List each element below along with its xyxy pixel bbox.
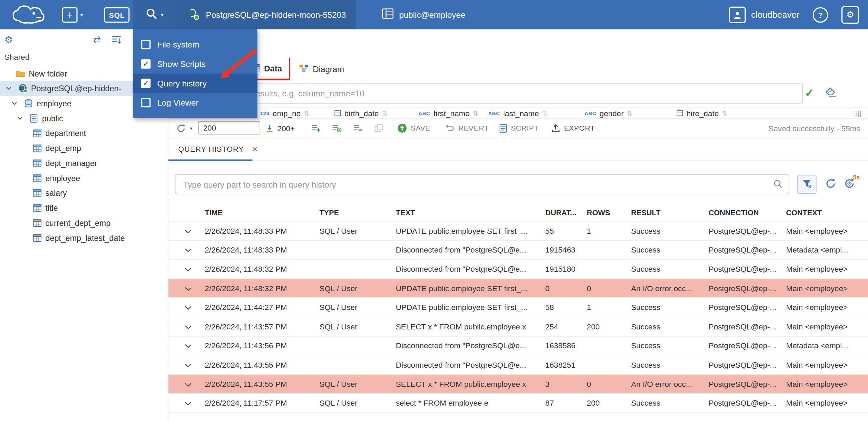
tree-item-department[interactable]: department <box>0 126 168 141</box>
script-button[interactable]: SCRIPT <box>499 119 539 137</box>
grid-column-first-name[interactable]: ABCfirst_name⇅ <box>419 109 479 118</box>
clear-filter-icon[interactable] <box>825 87 837 99</box>
schema-selector-icon <box>382 8 394 21</box>
fetch-next-page-button[interactable]: 200+ <box>266 119 295 137</box>
export-button[interactable]: EXPORT <box>551 119 595 137</box>
expand-chevron-icon[interactable] <box>9 101 20 105</box>
cell-text: Disconnected from "PostgreSQL@e... <box>396 264 545 273</box>
cell-time: 2/26/2024, 11:48:32 PM <box>205 264 319 273</box>
query-history-row[interactable]: 2/26/2024, 11:43:55 PMDisconnected from … <box>168 355 868 375</box>
expand-chevron-icon[interactable] <box>14 116 25 120</box>
row-expander[interactable] <box>168 264 205 273</box>
refresh-results-button[interactable]: ▾ <box>176 119 192 137</box>
sort-icon[interactable]: ⇅ <box>722 110 728 118</box>
schema-selector[interactable]: public@employee <box>377 0 471 29</box>
checkbox-unchecked-icon[interactable] <box>141 40 151 50</box>
row-expander[interactable] <box>168 284 205 293</box>
menu-item-file-system[interactable]: File system <box>133 35 257 54</box>
row-expander[interactable] <box>168 399 205 408</box>
query-history-row[interactable]: 2/26/2024, 11:44:27 PMSQL / UserUPDATE p… <box>168 298 868 317</box>
tree-item-dept-emp[interactable]: dept_emp <box>0 140 168 155</box>
revert-button[interactable]: REVERT <box>445 119 489 137</box>
history-auto-refresh-button[interactable]: 5s <box>844 178 855 191</box>
sort-icon[interactable]: ⇅ <box>627 110 633 118</box>
save-button[interactable]: SAVE <box>397 119 430 137</box>
data-toolbar: ▾ 200+ SAVE <box>168 119 868 137</box>
grid-settings-icon[interactable] <box>854 110 861 119</box>
query-history-row[interactable]: 2/26/2024, 11:48:32 PMDisconnected from … <box>168 260 868 279</box>
user-icon <box>729 6 746 23</box>
menu-item-show-scripts[interactable]: ✓Show Scripts <box>133 54 257 74</box>
row-expander[interactable] <box>168 226 205 235</box>
collapse-all-icon[interactable] <box>112 36 121 46</box>
duplicate-row-button[interactable] <box>332 119 342 137</box>
grid-column-emp-no[interactable]: 123emp_no⇅ <box>260 109 309 118</box>
column-header-type: TYPE <box>320 208 396 217</box>
revert-cell-button[interactable] <box>374 119 383 137</box>
cell-context: Main <employee> <box>786 284 868 293</box>
sort-icon[interactable]: ⇅ <box>382 110 388 118</box>
row-expander[interactable] <box>168 303 205 312</box>
tree-item-dept-emp-latest-date[interactable]: dept_emp_latest_date <box>0 230 168 245</box>
auto-refresh-interval-badge: 5s <box>853 174 860 180</box>
new-object-button[interactable]: + ▾ <box>62 7 83 23</box>
cloudbeaver-logo-icon[interactable] <box>8 3 49 27</box>
query-history-search-input[interactable] <box>175 174 789 194</box>
add-row-button[interactable] <box>311 119 321 137</box>
postgres-icon <box>18 84 28 93</box>
grid-column-hire-date[interactable]: hire_date⇅ <box>677 109 728 118</box>
menu-item-log-viewer[interactable]: Log Viewer <box>133 93 257 112</box>
tree-item-dept-manager[interactable]: dept_manager <box>0 155 168 171</box>
grid-column-birth-date[interactable]: birth_date⇅ <box>334 109 388 118</box>
sql-editor-button[interactable]: SQL <box>104 7 130 23</box>
tree-item-employee[interactable]: employee <box>0 171 168 186</box>
grid-column-last-name[interactable]: ABClast_name⇅ <box>488 109 548 118</box>
connection-selector[interactable]: PostgreSQL@ep-hidden-moon-55203 <box>176 0 356 29</box>
sync-connection-icon[interactable]: ⇄ <box>93 34 101 45</box>
connection-name: PostgreSQL@ep-hidden-moon-55203 <box>206 10 346 19</box>
sort-icon[interactable]: ⇅ <box>304 110 310 118</box>
row-limit-input[interactable] <box>198 121 260 135</box>
tab-diagram[interactable]: Diagram <box>292 57 351 80</box>
query-history-row[interactable]: 2/26/2024, 11:48:32 PMSQL / UserUPDATE p… <box>168 279 868 298</box>
query-history-row[interactable]: 2/26/2024, 11:43:55 PMSQL / UserSELECT x… <box>168 375 868 394</box>
tree-item-salary[interactable]: salary <box>0 186 168 201</box>
query-history-row[interactable]: 2/26/2024, 11:43:57 PMSQL / UserSELECT x… <box>168 317 868 336</box>
cell-time: 2/26/2024, 11:48:33 PM <box>205 245 319 254</box>
expand-chevron-icon[interactable] <box>3 86 14 90</box>
user-menu[interactable]: cloudbeaver <box>729 6 799 23</box>
chevron-down-icon <box>184 226 192 235</box>
checkbox-unchecked-icon[interactable] <box>141 98 151 108</box>
query-history-row[interactable]: 2/26/2024, 11:48:33 PMDisconnected from … <box>168 241 868 260</box>
tree-item-label: employee <box>45 174 80 182</box>
tree-item-current-dept-emp[interactable]: current_dept_emp <box>0 215 168 230</box>
tab-query-history[interactable]: QUERY HISTORY ✕ <box>168 137 268 161</box>
row-expander[interactable] <box>168 341 205 350</box>
checkbox-checked-icon[interactable]: ✓ <box>141 59 151 69</box>
row-expander[interactable] <box>168 322 205 331</box>
row-expander[interactable] <box>168 245 205 254</box>
query-history-row[interactable]: 2/26/2024, 11:17:57 PMSQL / Userselect *… <box>168 394 868 413</box>
sort-icon[interactable]: ⇅ <box>542 110 548 118</box>
settings-button[interactable]: ⚙ <box>841 6 859 24</box>
row-expander[interactable] <box>168 380 205 389</box>
query-history-row[interactable]: 2/26/2024, 11:43:56 PMDisconnected from … <box>168 336 868 355</box>
help-button[interactable]: ? <box>813 7 828 22</box>
tree-item-title[interactable]: title <box>0 200 168 215</box>
history-refresh-button[interactable] <box>825 178 837 191</box>
result-filter-input[interactable] <box>176 83 803 104</box>
menu-item-query-history[interactable]: ✓Query history <box>133 73 257 93</box>
grid-column-gender[interactable]: ABCgender⇅ <box>585 109 633 118</box>
checkbox-checked-icon[interactable]: ✓ <box>141 79 151 88</box>
query-history-row[interactable]: 2/26/2024, 11:48:33 PMSQL / UserUPDATE p… <box>168 221 868 241</box>
close-icon[interactable]: ✕ <box>252 145 258 153</box>
cell-text: UPDATE public.employee SET first_... <box>396 303 545 312</box>
row-expander[interactable] <box>168 360 205 369</box>
apply-filter-icon[interactable]: ✓ <box>805 86 814 100</box>
sidebar-settings-icon[interactable]: ⚙ <box>4 34 13 46</box>
view-menu-trigger[interactable]: ▾ <box>133 0 176 29</box>
delete-row-button[interactable] <box>353 119 363 137</box>
cell-duration: 1915463 <box>545 245 587 254</box>
sort-icon[interactable]: ⇅ <box>473 110 478 118</box>
history-filter-button[interactable] <box>797 175 817 194</box>
